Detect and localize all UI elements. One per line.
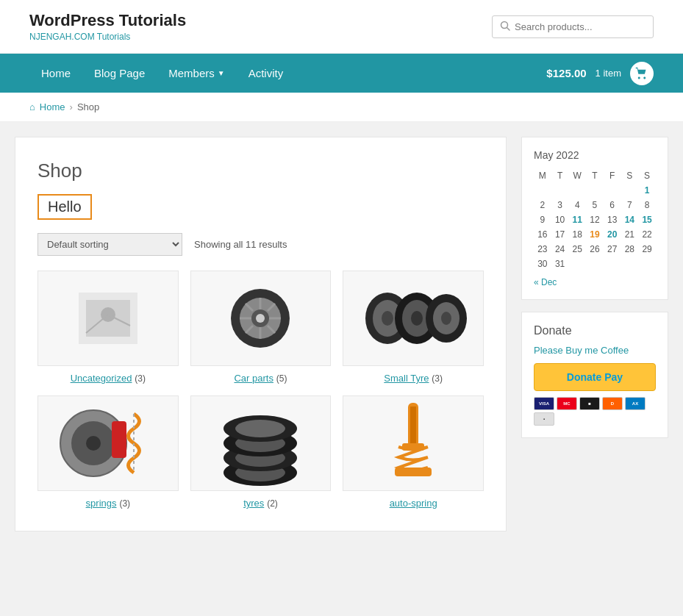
product-name-carparts[interactable]: Car parts (5) (190, 372, 332, 384)
breadcrumb-home-link[interactable]: Home (40, 101, 65, 112)
visa-icon: VISA (534, 397, 554, 410)
donate-button[interactable]: Donate Pay (534, 363, 656, 391)
svg-rect-42 (410, 407, 416, 443)
calendar-table: MTWTFSS 12345678910111213141516171819202… (534, 168, 656, 271)
svg-point-30 (86, 436, 101, 451)
product-name-autospring[interactable]: auto-spring (343, 497, 484, 509)
placeholder-image (38, 271, 178, 365)
svg-point-10 (256, 314, 265, 323)
dropdown-arrow-icon: ▼ (218, 69, 225, 77)
breadcrumb-separator: › (70, 101, 73, 112)
discover-icon: D (602, 397, 623, 410)
product-grid-products: springs (3) (37, 395, 484, 509)
payment-icons: VISA MC ■ D AX ▪ (534, 397, 656, 426)
widget-calendar: May 2022 MTWTFSS 12345678910111213141516… (521, 137, 668, 300)
site-branding: WordPress Tutorials NJENGAH.COM Tutorial… (29, 11, 186, 42)
calendar-title: May 2022 (534, 149, 656, 161)
product-name-uncategorized[interactable]: Uncategorized (3) (37, 372, 179, 384)
svg-rect-44 (402, 443, 424, 451)
site-title: WordPress Tutorials (29, 11, 186, 30)
breadcrumb: ⌂ Home › Shop (29, 101, 654, 112)
suspension-image (343, 396, 483, 490)
product-name-springs[interactable]: springs (3) (37, 497, 179, 509)
product-item-uncategorized: Uncategorized (3) (37, 271, 179, 384)
other-card-icon: ▪ (534, 412, 554, 426)
amex-icon: AX (625, 397, 646, 410)
product-image-autospring[interactable] (343, 395, 484, 491)
breadcrumb-bar: ⌂ Home › Shop (0, 93, 683, 122)
search-input[interactable] (515, 21, 646, 32)
cart-amount: $125.00 (546, 67, 586, 79)
product-item-springs: springs (3) (37, 395, 179, 509)
tyre-group-image (343, 271, 483, 365)
product-item-tyres: tyres (2) (190, 395, 332, 509)
product-image-tyres[interactable] (190, 395, 332, 491)
tyre-stack-image (191, 396, 331, 490)
shop-title: Shop (37, 160, 484, 182)
card-icon: ■ (579, 397, 600, 410)
search-box[interactable] (492, 15, 654, 38)
svg-point-40 (235, 420, 285, 437)
search-icon (500, 21, 510, 33)
nav-item-blog[interactable]: Blog Page (82, 54, 157, 93)
hello-box: Hello (37, 194, 92, 220)
prev-month-link[interactable]: « Dec (534, 277, 557, 287)
donate-subtitle: Please Buy me Coffee (534, 345, 656, 356)
main-layout: Shop Hello Default sortingSort by popula… (0, 137, 683, 531)
donate-title: Donate (534, 324, 656, 337)
calendar-nav: « Dec (534, 277, 656, 287)
product-item-carparts: Car parts (5) (190, 271, 332, 384)
nav-item-home[interactable]: Home (29, 54, 82, 93)
home-icon: ⌂ (29, 101, 35, 112)
site-header: WordPress Tutorials NJENGAH.COM Tutorial… (0, 0, 683, 54)
cart-count: 1 item (596, 68, 621, 79)
site-nav: Home Blog Page Members ▼ Activity $125.0… (0, 54, 683, 93)
svg-rect-43 (395, 468, 432, 476)
nav-item-members[interactable]: Members ▼ (157, 54, 236, 93)
tyre-single-image (191, 271, 331, 365)
cart-icon[interactable] (630, 62, 654, 85)
donate-button-label: Donate (567, 371, 601, 383)
product-grid-categories: Uncategorized (3) (37, 271, 484, 384)
product-image-smalltyre[interactable] (343, 271, 484, 366)
sort-select[interactable]: Default sortingSort by popularitySort by… (37, 233, 182, 256)
svg-point-21 (382, 311, 393, 326)
sidebar: May 2022 MTWTFSS 12345678910111213141516… (521, 137, 668, 531)
nav-item-activity[interactable]: Activity (237, 54, 296, 93)
svg-line-1 (507, 27, 510, 30)
product-name-smalltyre[interactable]: Small Tyre (3) (343, 372, 484, 384)
donate-pay-label: Pay (604, 371, 623, 383)
shop-content: Shop Hello Default sortingSort by popula… (15, 137, 507, 531)
product-name-tyres[interactable]: tyres (2) (190, 497, 332, 509)
product-item-autospring: auto-spring (343, 395, 484, 509)
breadcrumb-current: Shop (77, 101, 99, 112)
svg-point-24 (411, 311, 423, 326)
widget-donate: Donate Please Buy me Coffee Donate Pay V… (521, 312, 668, 438)
nav-links: Home Blog Page Members ▼ Activity (29, 54, 295, 93)
site-subtitle: NJENGAH.COM Tutorials (29, 32, 186, 42)
svg-point-27 (441, 312, 451, 325)
product-image-carparts[interactable] (190, 271, 332, 366)
shop-toolbar: Default sortingSort by popularitySort by… (37, 233, 484, 256)
product-item-smalltyre: Small Tyre (3) (343, 271, 484, 384)
cart-area: $125.00 1 item (546, 62, 654, 85)
product-image-springs[interactable] (37, 395, 179, 491)
results-count: Showing all 11 results (194, 239, 287, 250)
mastercard-icon: MC (557, 397, 577, 410)
product-image-uncategorized[interactable] (37, 271, 179, 366)
svg-rect-31 (112, 421, 126, 458)
brake-image (38, 396, 178, 490)
